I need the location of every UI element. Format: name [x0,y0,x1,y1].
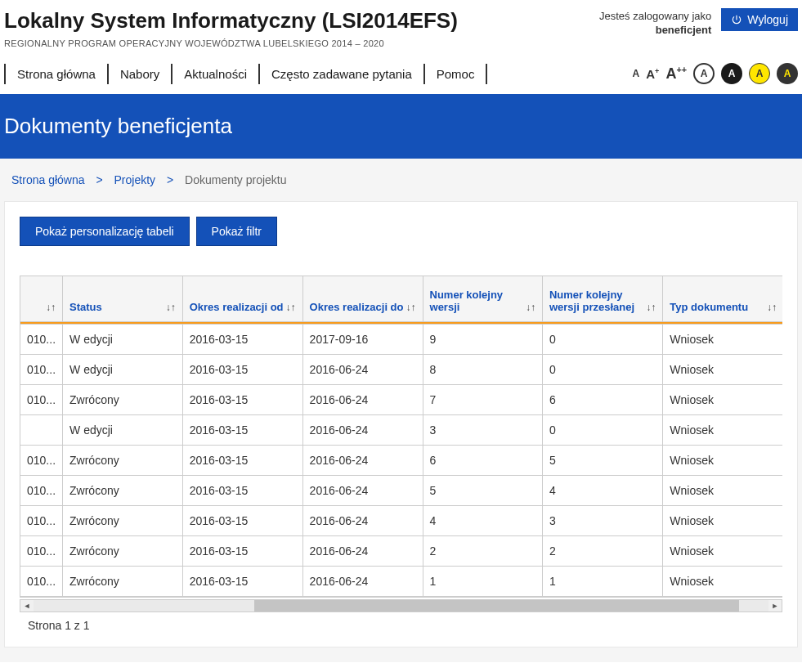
col-header-numer-wersji[interactable]: Numer kolejny wersji↓↑ [423,276,542,322]
scroll-thumb[interactable] [254,600,739,612]
table-cell: 1 [542,567,662,597]
contrast-default-button[interactable]: A [693,63,715,84]
font-large-button[interactable]: A++ [665,65,687,83]
nav-nabory[interactable]: Nabory [107,64,171,84]
table-cell [20,415,63,446]
table-row[interactable]: 010...W edycji2016-03-152016-06-2480Wnio… [20,355,783,385]
table-cell: 4 [423,506,542,536]
table-row[interactable]: 010...W edycji2016-03-152017-09-1690Wnio… [20,325,783,355]
table-cell: 4 [542,476,662,506]
table-cell: 2016-06-24 [302,385,423,415]
scroll-right-arrow[interactable]: ► [768,600,782,612]
table-cell: 2016-03-15 [182,446,302,476]
table-cell: 2016-06-24 [302,536,423,567]
table-cell: W edycji [63,325,183,355]
personalize-table-button[interactable]: Pokaż personalizację tabeli [20,217,190,246]
logout-button[interactable]: Wyloguj [721,8,798,31]
table-cell: Zwrócony [63,536,183,567]
table-cell: 2016-03-15 [182,355,302,385]
sort-icon: ↓↑ [646,302,656,313]
power-icon [731,14,742,25]
table-cell: 010... [20,567,63,597]
accessibility-toolbar: A A+ A++ A A A A [633,63,798,84]
sort-icon: ↓↑ [767,302,777,313]
contrast-black-button[interactable]: A [721,63,742,84]
login-info: Jesteś zalogowany jako beneficjent [599,10,711,38]
table-cell: Wniosek [663,385,782,415]
table-row[interactable]: 010...Zwrócony2016-03-152016-06-2476Wnio… [20,385,783,415]
table-cell: 010... [20,385,63,415]
login-role: beneficjent [656,24,712,36]
show-filter-button[interactable]: Pokaż filtr [196,217,277,246]
table-row[interactable]: 010...Zwrócony2016-03-152016-06-2454Wnio… [20,476,783,506]
nav-pomoc[interactable]: Pomoc [423,64,488,84]
table-cell: 2016-03-15 [182,385,302,415]
nav-home[interactable]: Strona główna [4,64,107,84]
table-cell: 010... [20,355,63,385]
table-row[interactable]: 010...Zwrócony2016-03-152016-06-2443Wnio… [20,506,783,536]
table-cell: 7 [423,385,542,415]
table-cell: Zwrócony [63,567,183,597]
table-cell: 2016-06-24 [302,446,423,476]
scroll-left-arrow[interactable]: ◄ [20,600,34,612]
nav-faq[interactable]: Często zadawane pytania [258,64,423,84]
table-row[interactable]: 010...Zwrócony2016-03-152016-06-2422Wnio… [20,536,783,567]
site-subtitle: REGIONALNY PROGRAM OPERACYJNY WOJEWÓDZTW… [4,38,599,48]
table-cell: 2016-03-15 [182,415,302,446]
table-cell: 3 [423,415,542,446]
col-header-numer-wersji-przeslanej[interactable]: Numer kolejny wersji przesłanej↓↑ [542,276,662,322]
font-small-button[interactable]: A [633,68,640,79]
table-cell: Zwrócony [63,506,183,536]
table-cell: 6 [423,446,542,476]
breadcrumb-current: Dokumenty projektu [185,173,287,186]
contrast-dark-yellow-button[interactable]: A [777,63,798,84]
horizontal-scrollbar[interactable]: ◄ ► [20,599,782,612]
table-cell: 5 [423,476,542,506]
table-row[interactable]: 010...Zwrócony2016-03-152016-06-2411Wnio… [20,567,783,597]
login-text: Jesteś zalogowany jako [599,10,711,22]
table-cell: 2016-03-15 [182,536,302,567]
col-header-id[interactable]: ↓↑ [20,276,63,322]
col-header-status[interactable]: Status↓↑ [63,276,183,322]
table-cell: 3 [542,506,662,536]
table-cell: Wniosek [663,355,782,385]
table-cell: W edycji [63,415,183,446]
table-cell: Wniosek [663,415,782,446]
breadcrumb-home[interactable]: Strona główna [11,173,85,186]
table-cell: 2016-03-15 [182,476,302,506]
breadcrumb-projekty[interactable]: Projekty [114,173,155,186]
font-medium-button[interactable]: A+ [646,67,659,81]
table-cell: Zwrócony [63,385,183,415]
table-cell: 010... [20,536,63,567]
contrast-yellow-button[interactable]: A [749,63,770,84]
table-row[interactable]: W edycji2016-03-152016-06-2430Wniosek [20,415,783,446]
table-cell: 0 [542,355,662,385]
sort-icon: ↓↑ [526,302,535,313]
main-nav: Strona główna Nabory Aktualności Często … [4,64,487,84]
table-cell: W edycji [63,355,183,385]
table-cell: 2016-06-24 [302,415,423,446]
col-header-okres-od[interactable]: Okres realizacji od↓↑ [182,276,302,322]
site-title: Lokalny System Informatyczny (LSI2014EFS… [4,8,599,34]
table-row[interactable]: 010...Zwrócony2016-03-152016-06-2465Wnio… [20,446,783,476]
sort-icon: ↓↑ [166,302,176,313]
pager-text: Strona 1 z 1 [20,612,782,632]
table-cell: 2016-03-15 [182,506,302,536]
table-cell: 9 [423,325,542,355]
breadcrumb-sep: > [96,173,102,186]
table-cell: 2016-06-24 [302,506,423,536]
logout-label: Wyloguj [747,13,788,26]
table-cell: 2016-03-15 [182,567,302,597]
table-cell: 0 [542,415,662,446]
breadcrumb-sep: > [167,173,173,186]
col-header-typ-dokumentu[interactable]: Typ dokumentu↓↑ [663,276,782,322]
scroll-track[interactable] [34,600,768,612]
nav-aktualnosci[interactable]: Aktualności [171,64,258,84]
table-cell: 010... [20,446,63,476]
table-cell: 2017-09-16 [302,325,423,355]
table-cell: 2016-06-24 [302,355,423,385]
sort-icon: ↓↑ [46,302,56,313]
sort-icon: ↓↑ [406,302,416,313]
table-cell: 2 [423,536,542,567]
col-header-okres-do[interactable]: Okres realizacji do↓↑ [302,276,423,322]
